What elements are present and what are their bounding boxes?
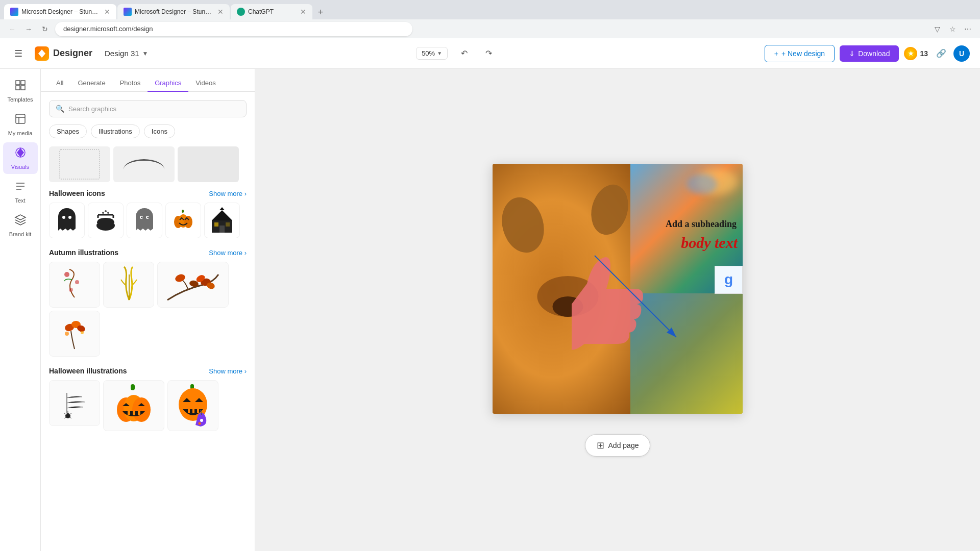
filter-illustrations[interactable]: Illustrations — [91, 124, 140, 138]
svg-point-13 — [105, 210, 107, 212]
svg-marker-24 — [212, 210, 232, 220]
add-page-icon: ⊞ — [597, 440, 604, 451]
new-tab-button[interactable]: + — [313, 5, 328, 19]
add-page-button[interactable]: ⊞ Add page — [585, 434, 651, 457]
zoom-value: 50% — [422, 49, 435, 57]
app: ☰ Designer Design 31 ▼ 50% ▼ ↶ ↷ + + New… — [0, 38, 980, 551]
tab-close-3[interactable]: ✕ — [300, 8, 306, 16]
zoom-dropdown-icon: ▼ — [437, 51, 442, 56]
new-design-button[interactable]: + + New design — [765, 45, 835, 62]
zoom-control[interactable]: 50% ▼ — [416, 47, 448, 60]
svg-rect-28 — [226, 222, 230, 227]
canvas-frame[interactable]: Add a subheading body text g — [493, 164, 743, 414]
back-button[interactable]: ← — [6, 23, 18, 35]
tab-graphics[interactable]: Graphics — [148, 75, 188, 92]
address-input[interactable] — [55, 22, 412, 36]
svg-point-7 — [68, 216, 71, 219]
download-button[interactable]: ⇓ Download — [840, 45, 899, 62]
tab-close-1[interactable]: ✕ — [104, 8, 110, 16]
redo-button[interactable]: ↷ — [480, 45, 497, 62]
dotted-shape — [59, 149, 100, 180]
autumn-illus-bouquet[interactable] — [49, 311, 100, 357]
tab-close-2[interactable]: ✕ — [217, 8, 224, 16]
sidebar-item-my-media[interactable]: My media — [3, 109, 38, 140]
extensions-icon[interactable]: ▽ — [931, 23, 943, 35]
svg-point-30 — [75, 280, 79, 284]
app-body: Templates My media Visuals Text — [0, 69, 980, 551]
svg-point-14 — [107, 212, 109, 214]
sidebar-item-templates[interactable]: Templates — [3, 75, 38, 107]
coin-badge: ★ 13 — [904, 47, 928, 60]
svg-point-6 — [62, 216, 65, 219]
halloween-illus-spider-web[interactable] — [49, 380, 100, 426]
halloween-illus-jack-o-lantern-2[interactable] — [167, 380, 218, 431]
sidebar-item-visuals[interactable]: Visuals — [3, 142, 38, 174]
designer-logo-icon — [35, 46, 49, 61]
tab-bar: Microsoft Designer – Stunning... ✕ Micro… — [0, 0, 980, 19]
user-avatar[interactable]: U — [953, 45, 970, 62]
tab-all[interactable]: All — [49, 75, 70, 92]
forward-button[interactable]: → — [22, 23, 35, 35]
halloween-icon-ghost[interactable] — [49, 203, 85, 238]
halloween-icon-pumpkin[interactable] — [165, 203, 201, 238]
tab-favicon-1 — [10, 8, 18, 16]
halloween-illustrations-show-more[interactable]: Show more › — [209, 367, 247, 375]
tab-videos[interactable]: Videos — [188, 75, 223, 92]
top-preview-row — [49, 146, 247, 182]
sidebar-item-text[interactable]: Text — [3, 176, 38, 208]
preview-thumb-2[interactable] — [113, 146, 175, 182]
templates-label: Templates — [7, 96, 33, 103]
design-name-dropdown-icon: ▼ — [142, 50, 149, 57]
design-subheading: Add a subheading — [666, 219, 737, 230]
tab-generate[interactable]: Generate — [70, 75, 112, 92]
svg-point-29 — [64, 272, 69, 277]
svg-rect-0 — [16, 81, 20, 85]
brand-kit-icon — [14, 214, 27, 229]
text-label: Text — [15, 197, 25, 204]
settings-icon[interactable]: ⋯ — [962, 23, 974, 35]
tab-3[interactable]: ChatGPT ✕ — [231, 4, 312, 19]
svg-rect-60 — [197, 409, 199, 413]
tab-title-2: Microsoft Designer – Stunning... — [135, 8, 214, 15]
halloween-icon-haunted-house[interactable] — [204, 203, 240, 238]
tab-photos[interactable]: Photos — [113, 75, 148, 92]
text-icon — [14, 180, 27, 195]
sidebar-icons: Templates My media Visuals Text — [0, 69, 41, 551]
tab-favicon-2 — [124, 8, 132, 16]
my-media-icon — [14, 113, 27, 128]
halloween-icon-ghost2[interactable] — [127, 203, 162, 238]
svg-point-17 — [141, 217, 143, 218]
design-name-area[interactable]: Design 31 ▼ — [105, 49, 148, 58]
search-input[interactable] — [68, 105, 240, 113]
hamburger-menu[interactable]: ☰ — [10, 45, 27, 62]
autumn-illus-golden-grass[interactable] — [103, 262, 154, 308]
halloween-illus-jack-o-lantern-1[interactable] — [103, 380, 164, 431]
preview-thumb-3[interactable] — [178, 146, 239, 182]
svg-point-61 — [200, 419, 203, 422]
undo-button[interactable]: ↶ — [456, 45, 472, 62]
autumn-illus-branch-leaves[interactable] — [157, 262, 229, 308]
tab-1[interactable]: Microsoft Designer – Stunning... ✕ — [4, 4, 116, 19]
halloween-icons-show-more[interactable]: Show more › — [209, 190, 247, 197]
search-bar: 🔍 — [49, 100, 247, 117]
halloween-icon-cauldron[interactable] — [88, 203, 124, 238]
svg-point-40 — [65, 332, 69, 336]
filter-icons[interactable]: Icons — [144, 124, 175, 138]
panel-tabs: All Generate Photos Graphics Videos — [41, 69, 255, 92]
tab-2[interactable]: Microsoft Designer – Stunning... ✕ — [117, 4, 230, 19]
tab-title-1: Microsoft Designer – Stunning... — [21, 8, 101, 15]
autumn-illustrations-show-more[interactable]: Show more › — [209, 249, 247, 257]
reload-button[interactable]: ↻ — [39, 23, 51, 35]
visuals-icon — [14, 146, 27, 162]
share-icon[interactable]: 🔗 — [933, 45, 949, 62]
svg-rect-58 — [188, 409, 190, 413]
svg-rect-1 — [21, 81, 25, 85]
svg-rect-26 — [219, 226, 225, 233]
svg-point-66 — [586, 180, 633, 239]
sidebar-item-brand-kit[interactable]: Brand kit — [3, 210, 38, 241]
filter-shapes[interactable]: Shapes — [49, 124, 87, 138]
preview-thumb-1[interactable] — [49, 146, 110, 182]
favorites-icon[interactable]: ☆ — [946, 23, 959, 35]
autumn-illus-vine[interactable] — [49, 262, 100, 308]
logo-area: Designer — [35, 46, 92, 61]
